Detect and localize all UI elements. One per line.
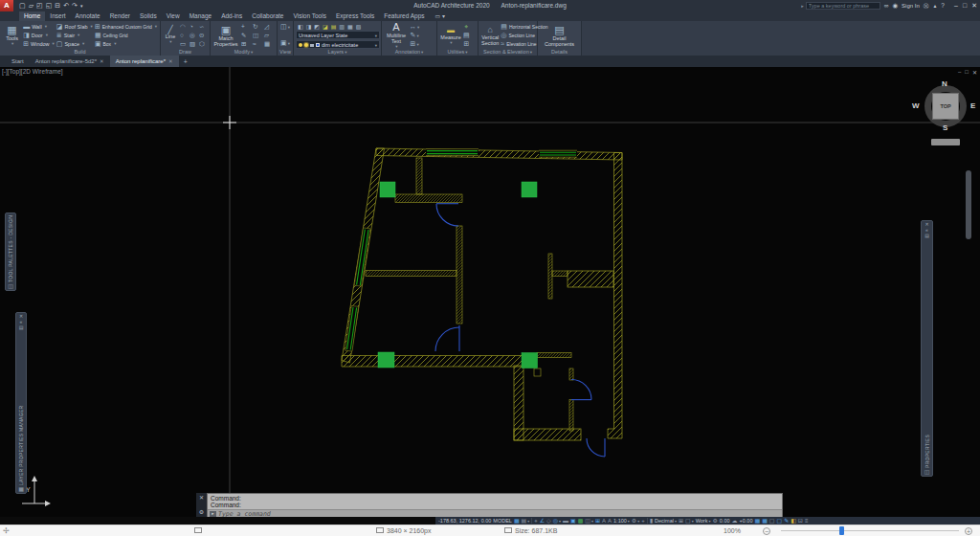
file-tab-anton-active[interactable]: Anton replanificare*✕ — [110, 56, 179, 67]
panel-label-utilities[interactable]: Utilities — [437, 49, 478, 56]
autoscale-icon[interactable]: A — [608, 517, 612, 525]
viewport-minimize-icon[interactable]: – — [958, 69, 961, 76]
units-icon[interactable]: ▮ — [650, 517, 653, 525]
layer-walk-icon[interactable]: ▦ — [347, 23, 353, 30]
move-tool-icon[interactable]: ✢ — [3, 525, 10, 536]
snap-mode-icon[interactable]: ▤▾ — [522, 517, 530, 525]
viewport-close-icon[interactable]: ✕ — [972, 69, 977, 76]
close-button[interactable]: ✕ — [971, 0, 977, 11]
stair-button[interactable]: ≣Stair — [56, 32, 93, 39]
grid-display-icon[interactable]: ▦ — [514, 517, 520, 525]
minimize-button[interactable]: – — [954, 0, 958, 11]
space-button[interactable]: ▢Space — [56, 40, 93, 48]
help-icon[interactable]: ? — [941, 0, 945, 11]
navigation-scrollbar[interactable] — [966, 170, 971, 239]
palette-menu-icon[interactable]: ▤ — [924, 234, 929, 238]
ribbon-tab-manage[interactable]: Manage — [185, 11, 217, 21]
new-drawing-tab-button[interactable]: + — [179, 56, 192, 67]
quick-properties-icon[interactable]: ⊞ — [679, 517, 683, 525]
layer-match-icon[interactable]: ▧ — [356, 23, 362, 30]
view-tool-icon-2[interactable]: ▣ — [280, 39, 290, 48]
edit-icon[interactable]: ✎ — [784, 517, 789, 525]
view-tool-icon-1[interactable]: ◫ — [280, 23, 290, 32]
dynamic-ucs-icon[interactable]: ⊞ — [595, 517, 600, 525]
offset-value[interactable]: +0.00 — [740, 517, 753, 525]
object-snap-icon[interactable]: ◎▾ — [553, 517, 561, 525]
panel-label-view[interactable]: View — [278, 49, 293, 56]
panel-label-build[interactable]: Build — [0, 49, 160, 56]
current-layer-dropdown[interactable]: dim electricitate — [296, 40, 380, 49]
undo-icon[interactable]: ↶ — [63, 0, 69, 11]
rectangle-icon[interactable]: ▭ — [180, 40, 187, 48]
circle-icon[interactable]: ○ — [180, 32, 187, 39]
layer-state-dropdown[interactable]: Unsaved Layer State — [296, 31, 380, 39]
explode-icon[interactable]: ▦ — [264, 40, 273, 48]
layer-freeze-icon[interactable]: ◩ — [314, 23, 320, 30]
zoom-out-button[interactable]: − — [763, 526, 770, 536]
graphics-performance-icon[interactable]: ▢ — [776, 517, 782, 525]
viewcube-south[interactable]: S — [943, 123, 947, 132]
line-button[interactable]: ╱ Line — [163, 22, 178, 49]
viewcube-east[interactable]: E — [970, 101, 975, 110]
rotate-icon[interactable]: ↻ — [253, 23, 261, 31]
layer-isolate-icon[interactable]: ◧ — [298, 23, 303, 30]
ribbon-tab-home[interactable]: Home — [19, 11, 45, 21]
close-tab-icon[interactable]: ✕ — [100, 58, 104, 64]
panel-label-annotation[interactable]: Annotation — [382, 49, 436, 56]
ribbon-tab-render[interactable]: Render — [105, 11, 135, 21]
file-tab-start[interactable]: Start — [6, 56, 30, 67]
viewcube-top-face[interactable]: TOP — [932, 93, 959, 120]
transparency-icon[interactable]: ▣ — [570, 517, 576, 525]
match-properties-button[interactable]: ▣ Match Properties — [212, 22, 239, 49]
display-config-icon[interactable]: ▦ — [762, 517, 768, 525]
viewport-controls-label[interactable]: [-][Top][2D Wireframe] — [2, 68, 63, 75]
project-navigator-icon[interactable]: ▦ — [754, 517, 760, 525]
zoom-in-button[interactable]: + — [965, 526, 972, 536]
close-tab-icon[interactable]: ✕ — [168, 58, 173, 64]
coordinates[interactable]: -178.63, 1276.12, 0.00 — [438, 517, 491, 525]
sign-in-button[interactable]: Sign In — [902, 3, 920, 9]
annotation-monitor-icon[interactable]: + — [641, 517, 645, 525]
cloud-icon[interactable]: ☁ — [732, 517, 738, 525]
search-input[interactable] — [806, 2, 880, 10]
lineweight-icon[interactable]: ▬ — [563, 517, 568, 525]
ui-overrides-icon[interactable]: ◧ — [791, 517, 796, 525]
ribbon-tab-vision-tools[interactable]: Vision Tools — [288, 11, 330, 21]
infer-constraints-icon[interactable]: ⌖ — [534, 517, 537, 525]
viewport-restore-icon[interactable]: □ — [965, 69, 969, 76]
selection-cycling-icon[interactable]: ▩ — [578, 517, 584, 525]
command-customize-wrench-icon[interactable]: ⚙ — [199, 509, 204, 515]
customization-icon[interactable]: ≡ — [805, 517, 809, 525]
model-space-button[interactable]: MODEL — [493, 517, 512, 525]
polar-tracking-icon[interactable]: ∠ — [540, 517, 545, 525]
properties-palette-bar[interactable]: ✕ « ▤ PROPERTIES ◫ — [921, 220, 933, 477]
search-binoculars-icon[interactable]: ∞ — [884, 0, 889, 11]
window-button[interactable]: ⊞Window — [23, 40, 55, 48]
new-file-icon[interactable]: ▢ — [19, 0, 26, 11]
ribbon-tab-solids[interactable]: Solids — [135, 11, 162, 21]
hatch-icon[interactable]: ▨ — [189, 40, 196, 48]
ribbon-tab-annotate[interactable]: Annotate — [71, 11, 105, 21]
tool-palettes-bar[interactable]: TOOL PALETTES - DESIGN ◫ — [5, 212, 16, 291]
panel-label-layers[interactable]: Layers — [294, 49, 381, 56]
tools-button[interactable]: ▦ Tools — [2, 22, 22, 49]
redo-icon[interactable]: ↷ — [72, 0, 78, 11]
array-icon[interactable]: ⊞ — [241, 40, 250, 48]
mirror-icon[interactable]: ▱ — [264, 32, 273, 39]
layer-off-icon[interactable]: ◪ — [323, 23, 328, 30]
list-icon[interactable]: ⊞ — [463, 40, 469, 48]
trim-icon[interactable]: ◿ — [264, 23, 273, 31]
command-close-icon[interactable]: ✕ — [199, 495, 204, 501]
quick-calc-icon[interactable]: ▤ — [463, 32, 470, 39]
box-button[interactable]: ▣Box — [95, 40, 157, 48]
leader-icon[interactable]: ✎ — [411, 32, 419, 40]
annotation-visibility-icon[interactable]: A — [602, 517, 606, 525]
ribbon-tab-view[interactable]: View — [162, 11, 185, 21]
table-icon[interactable]: ⊞ — [411, 40, 419, 49]
layer-key-icon[interactable]: ▢ — [769, 517, 775, 525]
dimension-icon[interactable]: ↔ — [410, 23, 419, 32]
enhanced-custom-grid-button[interactable]: ⊞Enhanced Custom Grid — [95, 23, 157, 31]
arc-icon[interactable]: ◠ — [180, 23, 187, 31]
vertical-section-button[interactable]: ⌂ Vertical Section — [480, 22, 500, 49]
command-input[interactable] — [218, 510, 780, 517]
